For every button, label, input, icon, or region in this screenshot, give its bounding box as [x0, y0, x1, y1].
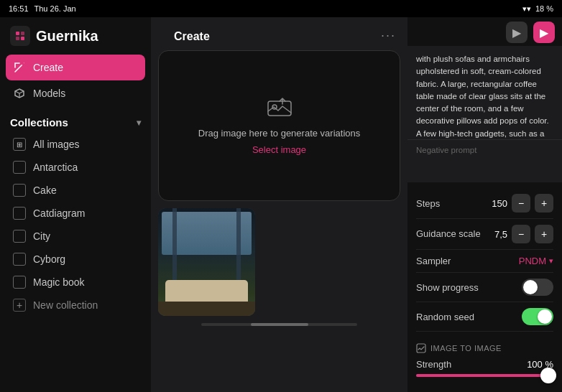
collection-icon-cyborg	[13, 253, 26, 266]
collection-icon-all: ⊞	[13, 138, 26, 151]
collection-icon-antarctica	[13, 161, 26, 174]
random-seed-toggle[interactable]	[522, 308, 553, 325]
collection-icon-catdiagram	[13, 207, 26, 220]
scroll-indicator	[201, 323, 357, 326]
wifi-icon: ▾▾	[522, 4, 531, 14]
collections-header[interactable]: Collections ▾	[0, 109, 151, 133]
steps-label: Steps	[416, 198, 440, 209]
steps-control-row: Steps 150 − +	[416, 188, 553, 219]
guidance-scale-label-block: Guidance scale	[416, 228, 481, 241]
guidance-scale-control-row: Guidance scale 7,5 − +	[416, 219, 553, 250]
sidebar: Guernika Create	[0, 17, 151, 392]
plus-icon: +	[13, 299, 26, 312]
status-time: 16:51	[9, 4, 29, 13]
steps-control-right: 150 − +	[486, 194, 553, 213]
collection-label-catdiagram: Catdiagram	[33, 207, 85, 219]
guidance-value: 7,5	[486, 229, 507, 240]
collection-icon-magic-book	[13, 276, 26, 289]
toggle-thumb-show-progress	[523, 280, 538, 294]
select-image-button[interactable]: Select image	[252, 144, 306, 155]
app-container: Guernika Create	[0, 17, 562, 392]
sampler-value: PNDM	[519, 256, 546, 266]
img2img-icon	[416, 343, 426, 353]
collection-label-antarctica: Antarctica	[33, 162, 78, 173]
collection-label-cyborg: Cyborg	[33, 253, 65, 265]
main-content: Create ··· Drag image here to generate v…	[151, 17, 407, 392]
right-panel-toolbar: ▶ ▶	[407, 17, 562, 46]
steps-increment-button[interactable]: +	[535, 194, 553, 213]
battery-status: 18 %	[535, 4, 553, 13]
collection-item-magic-book[interactable]: Magic book	[3, 271, 148, 294]
negative-prompt-placeholder: Negative prompt	[416, 146, 476, 154]
more-options-icon[interactable]: ···	[381, 28, 396, 43]
image-drop-zone[interactable]: Drag image here to generate variations S…	[158, 50, 400, 201]
chevron-down-icon: ▾	[137, 118, 141, 128]
sampler-select[interactable]: PNDM ▾	[519, 256, 553, 266]
nav-item-models[interactable]: Models	[6, 80, 145, 106]
new-collection-button[interactable]: + New collection	[3, 294, 148, 317]
create-icon	[13, 61, 26, 74]
sampler-row: Sampler PNDM ▾	[416, 250, 553, 273]
nav-item-create[interactable]: Create	[6, 55, 145, 80]
collection-item-cyborg[interactable]: Cyborg	[3, 248, 148, 271]
generated-image-thumbnail[interactable]	[158, 208, 255, 316]
collection-item-cake[interactable]: Cake	[3, 179, 148, 202]
collection-label-cake: Cake	[33, 185, 57, 196]
show-progress-toggle[interactable]	[522, 279, 553, 296]
guidance-scale-label: Guidance scale	[416, 228, 481, 241]
random-seed-row: Random seed	[416, 302, 553, 332]
strength-slider-thumb[interactable]	[540, 368, 556, 383]
collection-item-catdiagram[interactable]: Catdiagram	[3, 202, 148, 225]
guidance-decrement-button[interactable]: −	[512, 225, 530, 243]
strength-row: Strength 100 %	[407, 356, 562, 373]
collection-label-all: All images	[33, 139, 80, 150]
play-button-primary[interactable]: ▶	[533, 22, 555, 43]
negative-prompt-area[interactable]: Negative prompt	[407, 139, 562, 182]
right-panel-controls: Steps 150 − + Guidance scale 7,5 − +	[407, 182, 562, 337]
show-progress-row: Show progress	[416, 273, 553, 302]
app-logo-icon	[10, 26, 30, 46]
img2img-label: IMAGE TO IMAGE	[430, 344, 502, 353]
steps-decrement-button[interactable]: −	[512, 194, 530, 213]
models-icon	[13, 87, 26, 100]
collection-icon-city	[13, 230, 26, 243]
collection-item-antarctica[interactable]: Antarctica	[3, 156, 148, 179]
svg-rect-2	[16, 37, 19, 40]
strength-slider-fill	[416, 374, 553, 377]
random-seed-label: Random seed	[416, 312, 474, 322]
prompt-text-area[interactable]: with plush sofas and armchairs upholster…	[407, 46, 562, 139]
status-date: Thu 26. Jan	[34, 4, 76, 13]
img2img-header: IMAGE TO IMAGE	[407, 337, 562, 356]
thumbnail-row	[158, 208, 400, 316]
guidance-increment-button[interactable]: +	[535, 225, 553, 243]
sidebar-nav: Create Models	[0, 52, 151, 109]
svg-rect-7	[417, 344, 425, 353]
new-collection-label: New collection	[33, 299, 98, 311]
guidance-control-right: 7,5 − +	[486, 225, 553, 243]
status-bar: 16:51 Thu 26. Jan ▾▾ 18 %	[0, 0, 562, 17]
room-scene	[158, 208, 255, 316]
collection-label-city: City	[33, 230, 50, 242]
status-left: 16:51 Thu 26. Jan	[9, 4, 76, 13]
scroll-thumb	[251, 323, 308, 326]
status-right: ▾▾ 18 %	[522, 4, 553, 14]
collection-item-city[interactable]: City	[3, 225, 148, 248]
strength-label: Strength	[416, 359, 451, 370]
collection-item-all[interactable]: ⊞ All images	[3, 133, 148, 156]
svg-point-4	[22, 62, 24, 65]
sidebar-logo: Guernika	[0, 17, 151, 52]
collection-icon-cake	[13, 184, 26, 197]
sampler-label: Sampler	[416, 256, 451, 266]
right-panel: ▶ ▶ with plush sofas and armchairs uphol…	[407, 17, 562, 392]
app-name: Guernika	[36, 28, 98, 45]
play-button-secondary[interactable]: ▶	[506, 22, 528, 43]
drop-zone-text: Drag image here to generate variations	[198, 128, 360, 139]
svg-rect-0	[16, 32, 19, 35]
collection-label-magic-book: Magic book	[33, 276, 85, 288]
collections-label: Collections	[10, 116, 68, 129]
steps-value: 150	[486, 198, 507, 209]
nav-label-create: Create	[33, 62, 63, 73]
room-floor	[158, 302, 255, 316]
sampler-chevron-icon: ▾	[549, 256, 553, 266]
show-progress-label: Show progress	[416, 282, 479, 293]
